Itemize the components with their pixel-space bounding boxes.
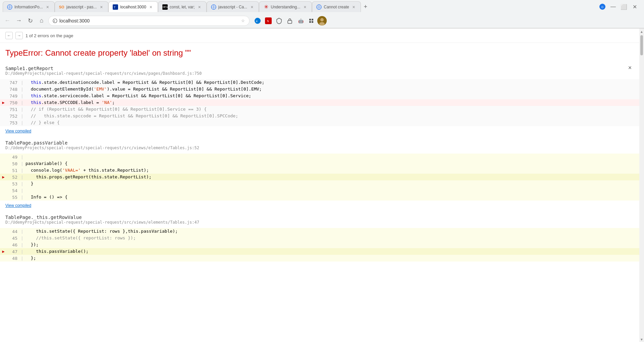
tab-close-1[interactable]: ×: [45, 4, 50, 10]
frame-path-1: D:/UdemyProjects/special-request/special…: [5, 71, 639, 76]
line-code-53: }: [24, 180, 644, 187]
line-sep-747: |: [20, 79, 24, 86]
code-line-749: 749 | this.state.servicecode.label = Rep…: [0, 93, 644, 99]
line-num-49: 49: [7, 154, 20, 160]
line-code-747: this.state.destinationcode.label = Repor…: [24, 79, 644, 86]
tab-devto[interactable]: DEV const, let, var; ×: [158, 1, 207, 12]
svg-text:e: e: [256, 19, 258, 23]
svg-rect-22: [309, 19, 311, 20]
frame-name-1: Sample1.getReport: [5, 66, 639, 71]
minimize-button[interactable]: —: [609, 3, 617, 11]
extensions-icon[interactable]: [307, 16, 316, 25]
close-window-button[interactable]: ✕: [631, 3, 639, 11]
line-arrow-48: [0, 255, 7, 262]
line-num-55: 55: [7, 194, 20, 201]
window-controls: ⊙ — ⬜ ✕: [598, 3, 641, 11]
code-line-45: 45 | //this.setState({ reportList: rows …: [0, 235, 644, 241]
address-bar[interactable]: ℹ localhost:3000 ☆: [48, 16, 250, 26]
line-arrow-45: [0, 235, 7, 241]
tab-title-6: Understanding...: [271, 5, 300, 9]
tab-icon-2: SO: [59, 4, 64, 10]
tab-close-5[interactable]: ×: [249, 4, 255, 10]
line-code-44: this.setState({ ReportList: rows },this.…: [24, 228, 644, 235]
line-sep-46: |: [20, 241, 24, 248]
line-sep-52: |: [20, 174, 24, 180]
new-tab-button[interactable]: +: [361, 2, 370, 11]
code-line-53: 53 | }: [0, 180, 644, 187]
code-line-54: 54 |: [0, 187, 644, 194]
page-content: ← → 1 of 2 errors on the page × TypeErro…: [0, 28, 644, 342]
extension-icon-red[interactable]: ↯: [264, 16, 273, 25]
code-line-750: ▶ 750 | this.state.SPCCODE.label = 'NA';: [0, 99, 644, 106]
svg-rect-20: [288, 20, 292, 23]
next-error-button[interactable]: →: [15, 32, 23, 39]
lock-icon: ℹ: [53, 18, 57, 23]
line-arrow-751: [0, 106, 7, 113]
tab-close-3[interactable]: ×: [148, 4, 154, 10]
tab-title-4: const, let, var;: [170, 5, 195, 9]
profile-button[interactable]: ⊙: [598, 3, 606, 11]
tab-informationpolicy[interactable]: InformationPo... ×: [3, 1, 55, 12]
view-compiled-2[interactable]: View compiled: [0, 202, 644, 213]
prev-error-button[interactable]: ←: [5, 32, 13, 39]
shield-icon[interactable]: [274, 16, 284, 25]
tab-javascript-ca[interactable]: javascript - Ca... ×: [207, 1, 259, 12]
line-arrow-750: ▶: [0, 99, 7, 106]
close-error-button[interactable]: ×: [626, 64, 634, 72]
tab-close-2[interactable]: ×: [99, 4, 104, 10]
line-arrow-52: ▶: [0, 174, 7, 180]
line-code-45: //this.setState({ reportList: rows });: [24, 235, 644, 241]
tab-title-7: Cannot create: [324, 5, 349, 9]
forward-button[interactable]: →: [14, 16, 23, 25]
line-sep-752: |: [20, 113, 24, 119]
line-sep-44: |: [20, 228, 24, 235]
tab-cannot-create[interactable]: Cannot create ×: [312, 1, 361, 12]
line-sep-750: |: [20, 99, 24, 106]
code-line-747: 747 | this.state.destinationcode.label =…: [0, 79, 644, 86]
line-num-751: 751: [7, 106, 20, 113]
edge-icon[interactable]: e: [253, 16, 262, 25]
prev-arrow-icon: ←: [7, 33, 11, 38]
tab-icon-7: [316, 4, 322, 10]
view-compiled-1[interactable]: View compiled: [0, 127, 644, 139]
tab-javascript-pas[interactable]: SO javascript - pas... ×: [55, 1, 109, 12]
line-sep-751: |: [20, 106, 24, 113]
line-arrow-753: [0, 119, 7, 126]
line-arrow-54: [0, 187, 7, 194]
line-code-47: this.passVariable();: [24, 248, 644, 255]
error-panel: ← → 1 of 2 errors on the page × TypeErro…: [0, 28, 644, 262]
tab-localhost[interactable]: T localhost:3000 ×: [108, 1, 158, 12]
scrollbar-track[interactable]: ▲ ▼: [639, 28, 644, 342]
scroll-down-arrow[interactable]: ▼: [639, 337, 644, 342]
tab-close-4[interactable]: ×: [197, 4, 202, 10]
line-code-748: document.getElementById('EMV').value = R…: [24, 86, 644, 93]
code-block-3: 44 | this.setState({ ReportList: rows },…: [0, 228, 644, 262]
tab-icon-3: T: [113, 4, 118, 10]
line-arrow-47: ▶: [0, 248, 7, 255]
line-sep-50: |: [20, 160, 24, 167]
tab-understanding[interactable]: ✳ Understanding... ×: [259, 1, 312, 12]
line-code-51: console.log('VAAL=' + this.state.ReportL…: [24, 167, 644, 174]
line-code-50: passVariable() {: [24, 160, 644, 167]
password-icon[interactable]: [285, 16, 294, 25]
refresh-button[interactable]: ↻: [25, 16, 35, 25]
tab-title-3: localhost:3000: [120, 5, 146, 9]
copilot-icon[interactable]: 🤖: [296, 16, 305, 25]
back-button[interactable]: ←: [3, 16, 12, 25]
maximize-button[interactable]: ⬜: [620, 3, 628, 11]
scroll-thumb[interactable]: [640, 35, 643, 55]
star-icon[interactable]: ☆: [240, 18, 245, 23]
code-line-44: 44 | this.setState({ ReportList: rows },…: [0, 228, 644, 235]
home-button[interactable]: ⌂: [37, 16, 46, 25]
line-num-48: 48: [7, 255, 20, 262]
scroll-up-arrow[interactable]: ▲: [639, 29, 644, 34]
line-num-749: 749: [7, 93, 20, 99]
tab-icon-5: [211, 4, 216, 10]
line-num-750: 750: [7, 99, 20, 106]
line-num-50: 50: [7, 160, 20, 167]
profile-avatar[interactable]: [317, 16, 327, 25]
tab-close-7[interactable]: ×: [351, 4, 357, 10]
tab-close-6[interactable]: ×: [302, 4, 308, 10]
line-code-752: // this.state.spccode = ReportList && Re…: [24, 113, 644, 119]
frame-name-2: TablePage.passVariable: [5, 140, 639, 146]
